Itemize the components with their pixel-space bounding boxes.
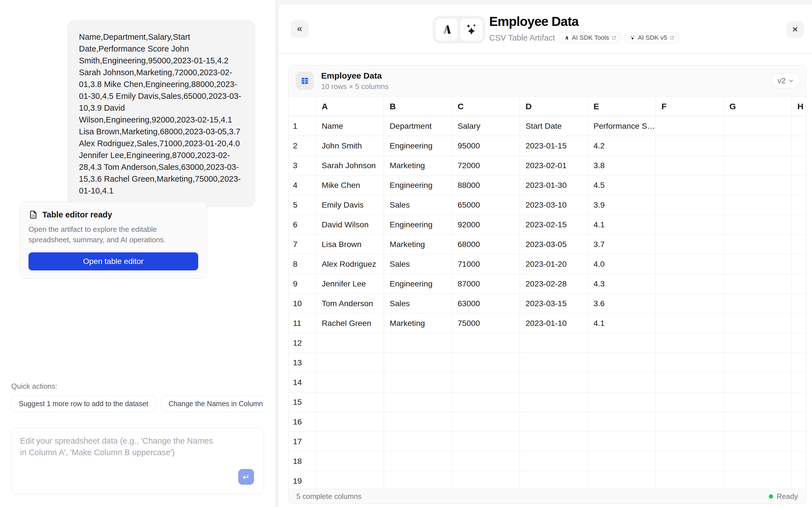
spreadsheet-cell[interactable] bbox=[792, 195, 806, 215]
spreadsheet-cell[interactable]: Performance Score bbox=[588, 116, 656, 136]
spreadsheet-cell[interactable] bbox=[792, 294, 806, 314]
spreadsheet-cell[interactable]: 2023-02-15 bbox=[520, 215, 588, 235]
spreadsheet-cell[interactable]: Department bbox=[384, 116, 452, 136]
spreadsheet-cell[interactable] bbox=[724, 432, 792, 452]
spreadsheet-cell[interactable] bbox=[588, 471, 656, 489]
spreadsheet-cell[interactable] bbox=[656, 116, 724, 136]
spreadsheet-cell[interactable] bbox=[724, 471, 792, 489]
spreadsheet-cell[interactable]: 71000 bbox=[452, 255, 520, 274]
spreadsheet-cell[interactable] bbox=[724, 373, 792, 392]
spreadsheet-cell[interactable]: 3.8 bbox=[588, 156, 656, 175]
spreadsheet-cell[interactable] bbox=[656, 215, 724, 235]
spreadsheet-cell[interactable] bbox=[588, 432, 656, 452]
spreadsheet-cell[interactable]: Engineering bbox=[384, 215, 452, 235]
spreadsheet-cell[interactable] bbox=[316, 392, 384, 412]
spreadsheet-cell[interactable] bbox=[656, 353, 724, 373]
row-number-cell[interactable]: 5 bbox=[289, 195, 316, 215]
column-letter-cell[interactable]: H bbox=[792, 97, 806, 116]
row-number-cell[interactable]: 2 bbox=[289, 136, 316, 156]
spreadsheet-cell[interactable] bbox=[724, 175, 792, 195]
spreadsheet-cell[interactable] bbox=[792, 274, 806, 294]
spreadsheet-cell[interactable]: Sarah Johnson bbox=[316, 156, 384, 175]
spreadsheet-cell[interactable]: 72000 bbox=[452, 156, 520, 175]
spreadsheet-cell[interactable]: 4.1 bbox=[588, 314, 656, 333]
spreadsheet-cell[interactable]: 2023-02-01 bbox=[520, 156, 588, 175]
spreadsheet-cell[interactable] bbox=[384, 471, 452, 489]
spreadsheet-cell[interactable]: Mike Chen bbox=[316, 175, 384, 195]
spreadsheet-cell[interactable] bbox=[724, 255, 792, 274]
spreadsheet-cell[interactable] bbox=[656, 412, 724, 432]
row-number-cell[interactable]: 18 bbox=[289, 452, 316, 471]
spreadsheet-cell[interactable]: Alex Rodriguez bbox=[316, 255, 384, 274]
spreadsheet-cell[interactable] bbox=[792, 432, 806, 452]
spreadsheet-cell[interactable]: Marketing bbox=[384, 314, 452, 333]
spreadsheet-cell[interactable]: 4.3 bbox=[588, 274, 656, 294]
spreadsheet-cell[interactable] bbox=[316, 412, 384, 432]
spreadsheet-cell[interactable] bbox=[316, 373, 384, 392]
spreadsheet-cell[interactable]: 68000 bbox=[452, 235, 520, 255]
spreadsheet-cell[interactable] bbox=[792, 392, 806, 412]
spreadsheet-cell[interactable]: 75000 bbox=[452, 314, 520, 333]
row-number-cell[interactable]: 13 bbox=[289, 353, 316, 373]
spreadsheet-cell[interactable] bbox=[724, 294, 792, 314]
spreadsheet-cell[interactable] bbox=[792, 235, 806, 255]
spreadsheet-cell[interactable]: 65000 bbox=[452, 195, 520, 215]
column-letter-cell[interactable]: B bbox=[384, 97, 452, 116]
spreadsheet-cell[interactable] bbox=[656, 392, 724, 412]
spreadsheet-cell[interactable] bbox=[452, 353, 520, 373]
row-number-cell[interactable]: 15 bbox=[289, 392, 316, 412]
spreadsheet-cell[interactable]: 3.7 bbox=[588, 235, 656, 255]
row-number-cell[interactable]: 16 bbox=[289, 412, 316, 432]
spreadsheet-cell[interactable] bbox=[656, 136, 724, 156]
spreadsheet-cell[interactable] bbox=[792, 452, 806, 471]
spreadsheet-cell[interactable]: 95000 bbox=[452, 136, 520, 156]
spreadsheet-cell[interactable] bbox=[588, 412, 656, 432]
spreadsheet-cell[interactable]: 2023-03-10 bbox=[520, 195, 588, 215]
row-number-cell[interactable]: 9 bbox=[289, 274, 316, 294]
spreadsheet-cell[interactable] bbox=[792, 353, 806, 373]
spreadsheet-cell[interactable]: 4.5 bbox=[588, 175, 656, 195]
version-selector[interactable]: v2 bbox=[771, 73, 800, 89]
spreadsheet-cell[interactable] bbox=[316, 333, 384, 353]
spreadsheet-cell[interactable] bbox=[656, 235, 724, 255]
spreadsheet-cell[interactable] bbox=[792, 255, 806, 274]
spreadsheet-cell[interactable] bbox=[384, 412, 452, 432]
spreadsheet-cell[interactable] bbox=[316, 471, 384, 489]
spreadsheet-cell[interactable]: Rachel Green bbox=[316, 314, 384, 333]
quick-action-change-names[interactable]: Change the Names in Column A bbox=[161, 395, 264, 412]
spreadsheet-cell[interactable]: 2023-03-05 bbox=[520, 235, 588, 255]
spreadsheet-area[interactable]: ABCDEFGH1NameDepartmentSalaryStart DateP… bbox=[289, 97, 806, 489]
spreadsheet-cell[interactable]: Engineering bbox=[384, 274, 452, 294]
spreadsheet-cell[interactable] bbox=[724, 156, 792, 175]
spreadsheet-cell[interactable]: 2023-01-30 bbox=[520, 175, 588, 195]
spreadsheet-cell[interactable]: Lisa Brown bbox=[316, 235, 384, 255]
spreadsheet-cell[interactable]: Engineering bbox=[384, 136, 452, 156]
spreadsheet-cell[interactable]: David Wilson bbox=[316, 215, 384, 235]
spreadsheet-cell[interactable] bbox=[588, 392, 656, 412]
spreadsheet-cell[interactable]: 2023-02-28 bbox=[520, 274, 588, 294]
spreadsheet-cell[interactable] bbox=[792, 175, 806, 195]
spreadsheet-cell[interactable]: 2023-01-20 bbox=[520, 255, 588, 274]
column-letter-cell[interactable]: F bbox=[656, 97, 724, 116]
open-table-editor-button[interactable]: Open table editor bbox=[29, 252, 198, 270]
spreadsheet-cell[interactable]: Name bbox=[316, 116, 384, 136]
spreadsheet-cell[interactable] bbox=[452, 392, 520, 412]
spreadsheet-cell[interactable] bbox=[452, 432, 520, 452]
spreadsheet-cell[interactable]: Marketing bbox=[384, 235, 452, 255]
spreadsheet-cell[interactable] bbox=[588, 353, 656, 373]
spreadsheet-cell[interactable]: Sales bbox=[384, 294, 452, 314]
spreadsheet-cell[interactable]: 63000 bbox=[452, 294, 520, 314]
row-number-cell[interactable]: 6 bbox=[289, 215, 316, 235]
spreadsheet-cell[interactable] bbox=[724, 195, 792, 215]
spreadsheet-cell[interactable] bbox=[656, 175, 724, 195]
spreadsheet-cell[interactable] bbox=[724, 274, 792, 294]
spreadsheet-cell[interactable]: 92000 bbox=[452, 215, 520, 235]
spreadsheet-cell[interactable]: John Smith bbox=[316, 136, 384, 156]
spreadsheet-cell[interactable] bbox=[520, 373, 588, 392]
spreadsheet-cell[interactable] bbox=[520, 452, 588, 471]
spreadsheet-cell[interactable] bbox=[384, 353, 452, 373]
spreadsheet-cell[interactable] bbox=[792, 116, 806, 136]
spreadsheet-cell[interactable] bbox=[724, 392, 792, 412]
row-number-cell[interactable]: 19 bbox=[289, 471, 316, 489]
spreadsheet-cell[interactable]: 2023-01-15 bbox=[520, 136, 588, 156]
